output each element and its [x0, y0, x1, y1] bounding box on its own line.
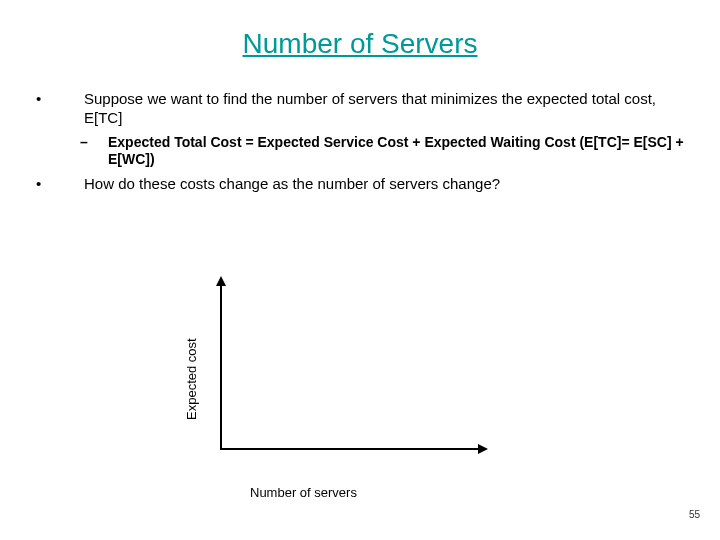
y-axis-line — [220, 280, 222, 450]
content-area: • Suppose we want to find the number of … — [0, 90, 720, 193]
sub-bullet-item: – Expected Total Cost = Expected Service… — [80, 134, 688, 169]
bullet-text: Suppose we want to find the number of se… — [84, 90, 688, 128]
bullet-marker: • — [32, 175, 84, 192]
sub-bullet-text: Expected Total Cost = Expected Service C… — [108, 134, 688, 169]
slide-number: 55 — [689, 509, 700, 520]
chart: Expected cost — [180, 280, 500, 465]
slide-title: Number of Servers — [0, 28, 720, 60]
y-axis-label: Expected cost — [184, 338, 199, 420]
bullet-marker: • — [32, 90, 84, 107]
sub-bullet-marker: – — [80, 134, 108, 150]
bullet-text: How do these costs change as the number … — [84, 175, 688, 194]
x-axis-arrow-icon — [478, 444, 488, 454]
x-axis-line — [220, 448, 480, 450]
x-axis-label: Number of servers — [250, 485, 357, 500]
bullet-item: • How do these costs change as the numbe… — [32, 175, 688, 194]
bullet-item: • Suppose we want to find the number of … — [32, 90, 688, 128]
